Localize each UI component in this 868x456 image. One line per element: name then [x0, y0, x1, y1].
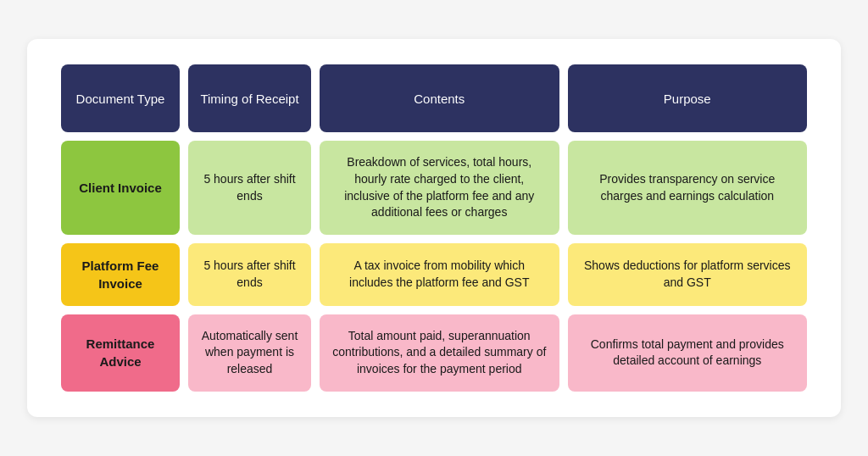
header-document-type: Document Type [61, 64, 180, 132]
platform-fee-invoice-purpose: Shows deductions for platform services a… [568, 243, 808, 306]
comparison-table: Document Type Timing of Receipt Contents… [27, 39, 841, 416]
remittance-advice-contents: Total amount paid, superannuation contri… [320, 314, 559, 392]
platform-fee-invoice-timing: 5 hours after shift ends [188, 243, 311, 306]
header-contents: Contents [320, 64, 559, 132]
table-grid: Document Type Timing of Receipt Contents… [61, 64, 807, 391]
platform-fee-invoice-contents: A tax invoice from mobility which includ… [320, 243, 559, 306]
header-timing: Timing of Receipt [188, 64, 311, 132]
client-invoice-contents: Breakdown of services, total hours, hour… [320, 141, 559, 234]
remittance-advice-purpose: Confirms total payment and provides deta… [568, 314, 808, 392]
client-invoice-timing: 5 hours after shift ends [188, 141, 311, 234]
header-purpose: Purpose [568, 64, 808, 132]
remittance-advice-label: Remittance Advice [61, 314, 180, 392]
remittance-advice-timing: Automatically sent when payment is relea… [188, 314, 311, 392]
client-invoice-label: Client Invoice [61, 141, 180, 234]
platform-fee-invoice-label: Platform Fee Invoice [61, 243, 180, 306]
client-invoice-purpose: Provides transparency on service charges… [568, 141, 808, 234]
